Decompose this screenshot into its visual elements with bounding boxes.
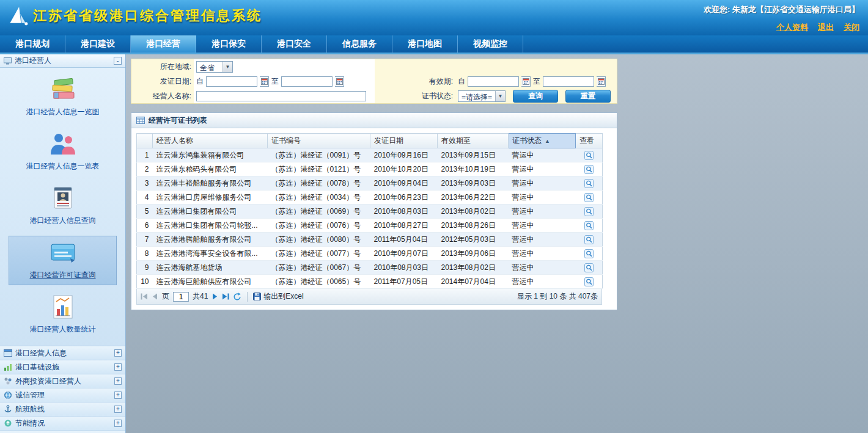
group-fees[interactable]: 规费情况 + [0, 431, 125, 433]
tab-port-security[interactable]: 港口保安 [196, 35, 262, 53]
sidebar-panel-header[interactable]: 港口经营人 - [0, 54, 125, 68]
group-label: 港口基础设施 [15, 362, 59, 373]
table-row[interactable]: 8 连云港港湾海事安全设备有限... （苏连）港经证（0077）号 2010年0… [137, 247, 603, 261]
cert-no-cell: （苏连）港经证（0034）号 [268, 191, 370, 205]
table-row[interactable]: 4 连云港港口房屋维修服务公司 （苏连）港经证（0034）号 2010年06月2… [137, 191, 603, 205]
column-cert-status[interactable]: 证书状态▲ [509, 134, 576, 148]
sidebar: 港口经营人 - 港口经营人信息一览图 [0, 54, 126, 433]
books-icon [48, 77, 78, 103]
license-list-panel: 经营许可证书列表 经营人名称 证书编号 发 [131, 112, 617, 310]
group-infrastructure[interactable]: 港口基础设施 + [0, 360, 125, 374]
region-select[interactable]: 全省 ▼ [196, 61, 233, 73]
expand-button[interactable]: + [114, 363, 122, 371]
expand-button[interactable]: + [114, 349, 122, 357]
table-row[interactable]: 1 连云港东鸿集装箱有限公司 （苏连）港经证（0091）号 2010年09月16… [137, 148, 603, 162]
calendar-icon[interactable] [521, 76, 531, 87]
prev-page-icon[interactable] [152, 293, 158, 300]
page-input[interactable] [173, 292, 189, 302]
tab-port-planning[interactable]: 港口规划 [0, 35, 65, 53]
operator-name-input[interactable] [196, 91, 366, 101]
valid-until-cell: 2013年08月26日 [438, 219, 509, 233]
tab-port-construction[interactable]: 港口建设 [65, 35, 131, 53]
issue-date-cell: 2010年09月04日 [370, 176, 438, 191]
column-cert-no[interactable]: 证书编号 [268, 134, 370, 148]
column-issue-date[interactable]: 发证日期 [370, 134, 438, 148]
column-operator-name[interactable]: 经营人名称 [153, 134, 268, 148]
table-row[interactable]: 5 连云港港口集团有限公司 （苏连）港经证（0069）号 2010年08月03日… [137, 205, 603, 219]
operator-name-cell: 连云港丰裕船舶服务有限公司 [153, 176, 268, 191]
main-nav: 港口规划 港口建设 港口经营 港口保安 港口安全 信息服务 港口地图 视频监控 [0, 35, 868, 53]
column-valid-until[interactable]: 有效期至 [438, 134, 509, 148]
region-select-value: 全省 [197, 62, 223, 72]
view-detail-icon[interactable] [584, 249, 594, 258]
sidebar-item-operator-info-query[interactable]: 港口经营人信息查询 [9, 181, 117, 231]
view-detail-icon[interactable] [584, 277, 594, 286]
expand-button[interactable]: + [114, 406, 122, 413]
expand-button[interactable]: + [114, 420, 122, 427]
total-pages-label: 共41 [193, 291, 208, 302]
sidebar-item-operator-overview-map[interactable]: 港口经营人信息一览图 [9, 73, 117, 122]
collapse-button[interactable]: - [114, 57, 122, 65]
row-number: 6 [137, 219, 153, 233]
last-page-icon[interactable] [222, 293, 229, 300]
header-links: 个人资料 退出 关闭 [704, 22, 859, 33]
validity-to-input[interactable] [543, 76, 594, 87]
table-row[interactable]: 6 连云港港口集团有限公司轮驳... （苏连）港经证（0076）号 2010年0… [137, 219, 603, 233]
view-detail-icon[interactable] [584, 179, 594, 188]
group-label: 诚信管理 [15, 390, 45, 401]
valid-until-cell: 2013年09月03日 [438, 176, 509, 191]
view-detail-icon[interactable] [584, 151, 594, 160]
close-link[interactable]: 关闭 [844, 22, 859, 33]
calendar-icon[interactable] [335, 76, 344, 87]
export-excel-button[interactable]: 输出到Excel [253, 291, 303, 302]
view-detail-icon[interactable] [584, 235, 594, 244]
tab-port-safety[interactable]: 港口安全 [262, 35, 327, 53]
tab-info-service[interactable]: 信息服务 [327, 35, 392, 53]
expand-button[interactable]: + [114, 391, 122, 399]
calendar-icon[interactable] [597, 76, 606, 87]
table-row[interactable]: 2 连云港东粮码头有限公司 （苏连）港经证（0121）号 2010年10月20日… [137, 162, 603, 176]
group-operator-info[interactable]: 港口经营人信息 + [0, 346, 125, 360]
cert-status-cell: 营运中 [509, 247, 576, 261]
table-row[interactable]: 3 连云港丰裕船舶服务有限公司 （苏连）港经证（0078）号 2010年09月0… [137, 176, 603, 191]
sidebar-item-label: 港口经营许可证查询 [9, 270, 116, 280]
calendar-icon[interactable] [260, 76, 269, 87]
table-row[interactable]: 7 连云港港腾船舶服务有限公司 （苏连）港经证（0080）号 2011年05月0… [137, 233, 603, 247]
cert-status-cell: 营运中 [509, 261, 576, 275]
anchor-icon [4, 405, 12, 413]
cert-status-cell: 营运中 [509, 219, 576, 233]
view-detail-icon[interactable] [584, 263, 594, 272]
first-page-icon[interactable] [141, 293, 148, 300]
validity-from-input[interactable] [468, 76, 519, 87]
group-routes[interactable]: 航班航线 + [0, 402, 125, 417]
tab-port-operation[interactable]: 港口经营 [131, 35, 196, 53]
cert-status-select[interactable]: =请选择= ▼ [458, 90, 506, 102]
sidebar-item-operator-statistics[interactable]: 港口经营人数量统计 [9, 290, 117, 340]
group-foreign-investment[interactable]: 外商投资港口经营人 + [0, 374, 125, 388]
logout-link[interactable]: 退出 [818, 22, 834, 33]
table-row[interactable]: 10 连云港海巨船舶供应有限公司 （苏连）港经证（0065）号 2011年07月… [137, 275, 603, 289]
sidebar-item-operator-overview-table[interactable]: 港口经营人信息一览表 [9, 127, 117, 176]
refresh-icon[interactable] [233, 293, 241, 301]
query-button[interactable]: 查询 [513, 90, 558, 103]
sidebar-item-license-query[interactable]: 港口经营许可证查询 [9, 236, 117, 285]
table-row[interactable]: 9 连云港海航基地货场 （苏连）港经证（0067）号 2010年08月03日 2… [137, 261, 603, 275]
profile-link[interactable]: 个人资料 [776, 22, 808, 33]
issue-date-to-input[interactable] [281, 76, 333, 87]
issue-date-from-input[interactable] [206, 76, 257, 87]
group-label: 节能情况 [15, 418, 45, 429]
expand-button[interactable]: + [114, 377, 122, 385]
group-integrity[interactable]: 诚信管理 + [0, 388, 125, 402]
reset-button[interactable]: 重置 [565, 90, 611, 103]
tab-video-monitor[interactable]: 视频监控 [458, 35, 523, 53]
view-detail-icon[interactable] [584, 193, 594, 202]
tab-port-map[interactable]: 港口地图 [392, 35, 458, 53]
group-energy[interactable]: 节能情况 + [0, 417, 125, 431]
next-page-icon[interactable] [211, 293, 218, 300]
chevron-down-icon: ▼ [495, 91, 505, 101]
view-cell [576, 205, 603, 219]
view-detail-icon[interactable] [584, 221, 594, 230]
view-detail-icon[interactable] [584, 207, 594, 216]
view-detail-icon[interactable] [584, 165, 594, 174]
cert-status-label: 证书状态: [375, 89, 455, 103]
